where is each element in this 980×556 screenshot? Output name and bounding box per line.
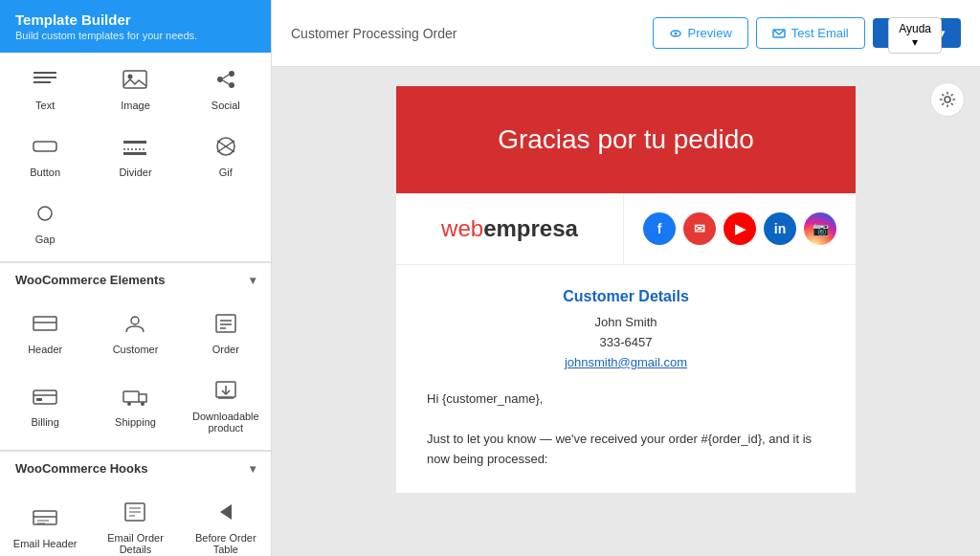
element-image[interactable]: Image	[90, 56, 180, 123]
element-shipping-label: Shipping	[115, 416, 156, 428]
svg-rect-28	[123, 391, 139, 402]
svg-rect-11	[123, 141, 146, 144]
woocommerce-hooks-section-header[interactable]: WooCommerce Hooks ▾	[0, 452, 271, 485]
element-order[interactable]: Order	[181, 300, 271, 367]
svg-point-49	[945, 97, 950, 102]
element-billing[interactable]: Billing	[0, 367, 90, 446]
sidebar-header-title: Template Builder	[15, 11, 256, 28]
woocommerce-elements-section-header[interactable]: WooCommerce Elements ▾	[0, 263, 271, 297]
element-customer-label: Customer	[113, 344, 159, 355]
gif-icon	[212, 136, 239, 163]
element-header[interactable]: Header	[0, 300, 90, 367]
element-gap-label: Gap	[35, 234, 56, 245]
element-divider-label: Divider	[119, 167, 151, 178]
order-icon	[212, 313, 239, 340]
email-body: Customer Details John Smith 333-6457 joh…	[396, 265, 856, 493]
element-email-header-label: Email Header	[13, 538, 78, 549]
shipping-icon	[122, 386, 148, 412]
svg-point-30	[141, 402, 145, 406]
test-email-button[interactable]: Test Email	[756, 17, 865, 49]
customer-email-link[interactable]: johnsmith@gmail.com	[565, 355, 687, 369]
email-banner-text: Gracias por tu pedido	[415, 124, 836, 155]
gap-icon	[32, 203, 58, 230]
email-logo-cell: webempresa	[396, 193, 624, 264]
element-shipping[interactable]: Shipping	[90, 367, 180, 446]
linkedin-icon[interactable]: in	[764, 212, 796, 245]
woocommerce-hooks-grid: Email Header Email Order Details Before …	[0, 485, 271, 556]
sidebar-header-subtitle: Build custom templates for your needs.	[15, 30, 256, 41]
element-customer[interactable]: Customer	[90, 300, 180, 367]
element-gif[interactable]: Gif	[181, 123, 271, 190]
element-email-header[interactable]: Email Header	[0, 489, 90, 556]
svg-rect-2	[33, 81, 51, 83]
element-button[interactable]: Button	[0, 123, 90, 190]
element-before-order-table[interactable]: Before Order Table	[181, 489, 271, 556]
element-text[interactable]: Text	[0, 56, 90, 123]
email-body-content: Just to let you know — we've received yo…	[427, 430, 825, 470]
email-icon[interactable]: ✉	[683, 212, 716, 245]
email-greeting: Hi {customer_name},	[427, 389, 825, 410]
element-order-label: Order	[212, 344, 239, 355]
svg-rect-27	[36, 398, 42, 401]
test-email-label: Test Email	[791, 26, 849, 40]
preview-button[interactable]: Preview	[653, 17, 748, 49]
svg-rect-13	[123, 152, 146, 155]
settings-button[interactable]	[930, 82, 965, 117]
sidebar-header: Template Builder Build custom templates …	[0, 0, 271, 53]
element-social[interactable]: Social	[181, 56, 271, 123]
svg-rect-34	[33, 511, 56, 524]
element-button-label: Button	[30, 167, 60, 178]
webempresa-logo: webempresa	[441, 215, 578, 242]
svg-marker-42	[220, 504, 232, 520]
before-order-table-icon	[212, 501, 239, 528]
youtube-icon[interactable]: ▶	[724, 212, 756, 245]
element-email-order-details-label: Email Order Details	[99, 532, 171, 555]
svg-line-8	[223, 75, 229, 78]
logo-empresa: empresa	[483, 215, 578, 241]
email-logo-row: webempresa f ✉ ▶ in 📷	[396, 193, 856, 265]
svg-point-7	[229, 82, 234, 88]
element-image-label: Image	[121, 100, 150, 111]
billing-icon	[32, 386, 58, 412]
element-email-order-details[interactable]: Email Order Details	[90, 489, 180, 556]
topbar-title: Customer Processing Order	[291, 26, 457, 41]
sidebar: Template Builder Build custom templates …	[0, 0, 272, 556]
customer-name: John Smith	[427, 313, 825, 333]
svg-rect-21	[216, 315, 235, 332]
element-header-label: Header	[28, 344, 62, 355]
chevron-down-icon: ▾	[250, 274, 256, 287]
ayuda-button[interactable]: Ayuda ▾	[888, 17, 942, 54]
element-divider[interactable]: Divider	[90, 123, 180, 190]
element-downloadable-label: Downloadable product	[189, 411, 262, 434]
eye-icon	[669, 27, 682, 40]
social-icon	[212, 69, 239, 96]
svg-point-4	[128, 75, 133, 79]
woocommerce-hooks-label: WooCommerce Hooks	[15, 461, 147, 476]
element-gap[interactable]: Gap	[0, 190, 90, 257]
svg-rect-3	[123, 71, 146, 88]
preview-label: Preview	[688, 26, 732, 40]
basic-elements-grid: Text Image Social Button Divider	[0, 53, 271, 261]
canvas-area: Gracias por tu pedido webempresa f ✉ ▶ i…	[272, 67, 980, 556]
element-before-order-table-label: Before Order Table	[189, 532, 262, 555]
element-downloadable[interactable]: Downloadable product	[181, 367, 271, 446]
svg-rect-1	[33, 77, 56, 78]
element-billing-label: Billing	[31, 416, 58, 428]
woocommerce-elements-label: WooCommerce Elements	[15, 273, 166, 287]
woocommerce-elements-grid: Header Customer Order Billing Shipping	[0, 297, 271, 450]
customer-icon	[122, 313, 148, 340]
button-icon	[32, 136, 58, 163]
email-banner: Gracias por tu pedido	[396, 86, 856, 193]
svg-point-5	[217, 77, 223, 82]
svg-rect-18	[33, 317, 56, 330]
gear-icon	[939, 91, 956, 108]
svg-line-9	[223, 80, 229, 84]
svg-point-20	[131, 317, 139, 324]
email-social-cell: f ✉ ▶ in 📷	[624, 193, 856, 264]
customer-email: johnsmith@gmail.com	[427, 353, 825, 373]
element-text-label: Text	[35, 100, 55, 111]
svg-rect-0	[33, 72, 56, 74]
mail-icon	[772, 27, 786, 40]
facebook-icon[interactable]: f	[643, 212, 676, 245]
instagram-icon[interactable]: 📷	[804, 212, 836, 245]
